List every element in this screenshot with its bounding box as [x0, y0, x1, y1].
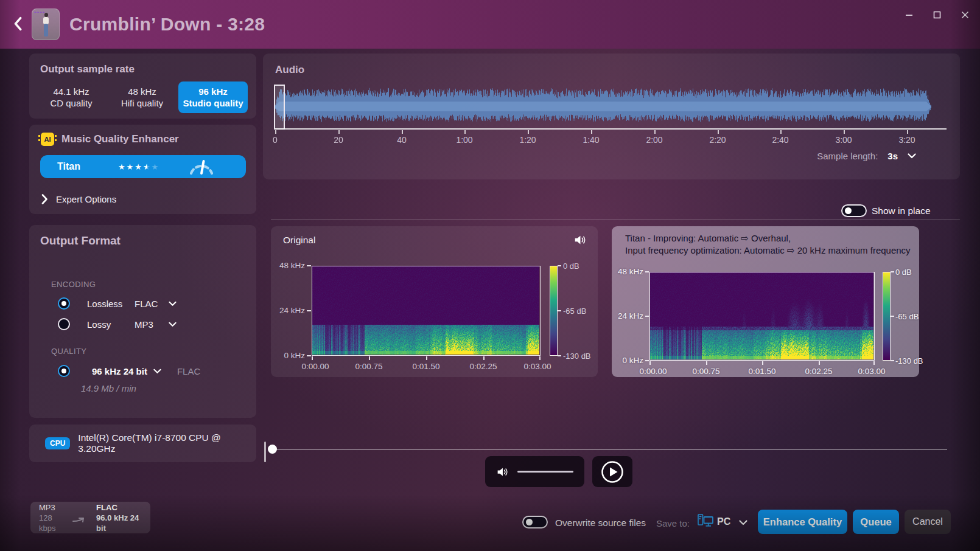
enhancer-model-button[interactable]: Titan ★★★★★: [40, 155, 246, 178]
target-detail: 96.0 kHz 24 bit: [96, 513, 142, 533]
window-controls: [900, 6, 974, 23]
time-tick-label: 0:00.75: [692, 367, 719, 376]
playback-slider[interactable]: [271, 449, 947, 450]
chevron-down-icon[interactable]: [908, 153, 916, 159]
original-spectrogram-panel: Original 48 kHz 24 kHz 0 kHz 0:00.00 0:0…: [271, 226, 598, 377]
source-format: MP3: [39, 502, 66, 513]
db-tick-label: -130 dB: [895, 356, 923, 366]
playback-slider-knob[interactable]: [268, 445, 277, 454]
colorbar: [883, 272, 891, 361]
titlebar: ⌁⌁⌁⌁ Crumblin’ Down - 3:28: [0, 0, 980, 49]
lossy-label: Lossy: [87, 319, 135, 330]
output-sample-rate-panel: Output sample rate 44.1 kHz CD quality 4…: [29, 54, 256, 119]
chevron-left-icon: [13, 16, 22, 33]
conversion-summary: MP3 128 kbps FLAC 96.0 kHz 24 bit: [30, 502, 150, 533]
chevron-down-icon[interactable]: [153, 369, 161, 374]
star-icon: ★: [118, 162, 127, 172]
lossless-radio[interactable]: [58, 297, 70, 310]
lossy-radio[interactable]: [58, 318, 70, 330]
ai-chip-icon: AI: [40, 132, 55, 147]
save-to-label: Save to:: [656, 518, 690, 528]
save-target-value[interactable]: PC: [717, 516, 730, 527]
original-title: Original: [283, 235, 315, 246]
queue-button[interactable]: Queue: [853, 510, 899, 534]
maximize-button[interactable]: [928, 6, 946, 23]
music-quality-enhancer-panel: AI Music Quality Enhancer Titan ★★★★★ Ex…: [29, 125, 256, 214]
cpu-badge: CPU: [45, 437, 70, 449]
cpu-name: Intel(R) Core(TM) i7-8700 CPU @ 3.20GHz: [78, 432, 256, 454]
quality-section-label: QUALITY: [51, 347, 86, 356]
timeline-tick-label: 1:20: [519, 135, 536, 145]
audio-heading: Audio: [275, 64, 304, 76]
timeline-axis: [275, 128, 947, 130]
sample-rate-option-48[interactable]: 48 kHz Hifi quality: [108, 81, 177, 113]
scrollbar-thumb[interactable]: [264, 442, 266, 462]
timeline-tick-label: 40: [397, 135, 407, 145]
lossy-codec-value[interactable]: MP3: [135, 319, 163, 330]
chevron-down-icon[interactable]: [739, 520, 747, 525]
timeline-tick-label: 20: [334, 135, 343, 145]
album-art: ⌁⌁⌁⌁: [32, 9, 60, 40]
waveform-canvas[interactable]: [275, 86, 936, 128]
time-tick-label: 0:03.00: [523, 362, 551, 371]
sample-length-value[interactable]: 3s: [887, 151, 898, 161]
model-name: Titan: [57, 161, 80, 172]
time-tick-label: 0:00.00: [639, 367, 667, 376]
song-title: Crumblin’ Down - 3:28: [69, 14, 265, 35]
back-button[interactable]: [7, 12, 28, 36]
encoding-section-label: ENCODING: [51, 280, 96, 289]
minimize-button[interactable]: [900, 6, 918, 23]
db-tick-label: 0 dB: [895, 268, 912, 277]
db-tick-label: -65 dB: [895, 312, 919, 321]
enhanced-spectrogram-plot: [649, 272, 875, 361]
quality-codec-label: FLAC: [177, 366, 200, 376]
volume-slider[interactable]: [517, 471, 573, 473]
time-tick-label: 0:02.25: [805, 367, 832, 376]
enhance-quality-button[interactable]: Enhance Quality: [758, 510, 847, 534]
sample-rate-option-44[interactable]: 44.1 kHz CD quality: [37, 81, 106, 113]
freq-tick-label: 24 kHz: [273, 306, 305, 315]
quality-radio[interactable]: [58, 365, 70, 377]
colorbar: [550, 266, 558, 356]
time-tick-label: 0:02.25: [469, 362, 497, 371]
speaker-icon[interactable]: [496, 466, 509, 477]
timeline-tick-label: 1:40: [583, 135, 599, 145]
maximize-icon: [933, 11, 941, 19]
close-icon: [961, 11, 969, 19]
freq-tick-label: 48 kHz: [612, 267, 643, 276]
play-icon: [600, 460, 625, 484]
time-tick-label: 0:00.75: [355, 362, 382, 371]
show-in-place-toggle[interactable]: [841, 204, 867, 217]
cancel-button[interactable]: Cancel: [905, 510, 951, 534]
cpu-panel: CPU Intel(R) Core(TM) i7-8700 CPU @ 3.20…: [29, 425, 256, 462]
play-button[interactable]: [600, 460, 625, 484]
sample-length-label: Sample length:: [817, 151, 878, 161]
time-tick-label: 0:01.50: [748, 367, 775, 376]
timeline-tick-label: 3:00: [835, 135, 852, 145]
timeline-tick-label: 2:00: [646, 135, 662, 145]
freq-tick-label: 24 kHz: [612, 311, 643, 321]
sample-rate-option-96[interactable]: 96 kHz Studio quality: [178, 81, 248, 113]
pc-icon: [698, 513, 714, 527]
time-tick-label: 0:00.00: [301, 362, 329, 371]
chevron-down-icon[interactable]: [169, 301, 177, 307]
overwrite-source-toggle[interactable]: [522, 516, 548, 528]
db-tick-label: -130 dB: [563, 352, 591, 361]
close-button[interactable]: [956, 6, 974, 23]
source-detail: 128 kbps: [39, 513, 66, 533]
output-format-panel: Output Format ENCODING Lossless FLAC Los…: [29, 225, 256, 418]
sample-selection-box[interactable]: [274, 85, 285, 130]
expert-options-expander[interactable]: Expert Options: [41, 194, 116, 204]
audio-panel: Audio 0 20 40 1:00 1:20 1:40 2:00 2:20 2…: [263, 54, 960, 179]
minimize-icon: [905, 11, 913, 19]
target-format: FLAC: [96, 502, 142, 513]
arrow-right-icon: [72, 513, 89, 524]
mute-original-button[interactable]: [572, 233, 588, 247]
lossless-codec-value[interactable]: FLAC: [135, 299, 163, 309]
timeline-tick-label: 3:20: [898, 135, 915, 145]
quality-value[interactable]: 96 kHz 24 bit: [92, 366, 147, 376]
chevron-down-icon[interactable]: [169, 322, 177, 327]
volume-control: [485, 456, 584, 487]
model-rating-stars: ★★★★★: [118, 162, 159, 172]
output-format-heading: Output Format: [40, 234, 121, 248]
